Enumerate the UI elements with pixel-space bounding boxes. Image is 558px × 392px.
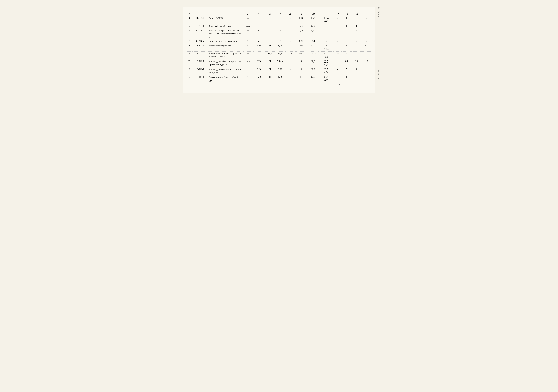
col-header-5: 5 — [253, 12, 265, 16]
col-header-14: 14 — [352, 12, 362, 16]
side-label-bottom: I5737-40 — [377, 69, 380, 79]
slash-mark: / — [339, 82, 340, 86]
col-header-3: 3 — [209, 12, 243, 16]
table-row: 5II-7II-IВвод кабельный в щитвводIII-0,5… — [186, 24, 372, 28]
table-row: I28-I49-IЗатягивание кабеля в гибкий рук… — [186, 75, 372, 83]
col-header-9: 9 — [295, 12, 307, 16]
col-header-11: 11 — [319, 12, 333, 16]
col-header-15: 15 — [362, 12, 372, 16]
col-header-8: 8 — [285, 12, 295, 16]
table-row: 88-397-IМеталлоконструкциит0,056I3,05-I0… — [186, 44, 372, 51]
table-row: II8-I46-IПрокладка контрольного кабеля 4… — [186, 67, 372, 75]
col-header-4: 4 — [243, 12, 253, 16]
col-header-6: 6 — [265, 12, 275, 16]
col-header-13: 13 — [341, 12, 352, 16]
col-header-12: 12 — [333, 12, 341, 16]
table-row: 68-I53-I3Заделки контро-льного кабеля се… — [186, 28, 372, 39]
column-headers-row: 1 2 3 4 5 6 7 8 9 10 11 12 13 14 15 — [186, 12, 372, 16]
col-header-1: 1 — [186, 12, 192, 16]
col-header-7: 7 — [275, 12, 285, 16]
col-header-10: 10 — [307, 12, 319, 16]
table-row: 4II-582-2То же, КСК-I6штIII-I,040,770,04… — [186, 16, 372, 24]
side-label-top: 2I4-I-254-88 (IУ) — [377, 7, 380, 26]
col-header-2: 2 — [192, 12, 209, 16]
table-row: 9Кальк.IЩит шкафной малогабаритный ЩШМ-1… — [186, 51, 372, 60]
table-row: 78-I53-I4То же, количество жил до I4"4I2… — [186, 39, 372, 44]
table-row: I08-I46-IПрокладка кабеля контрольного п… — [186, 59, 372, 67]
